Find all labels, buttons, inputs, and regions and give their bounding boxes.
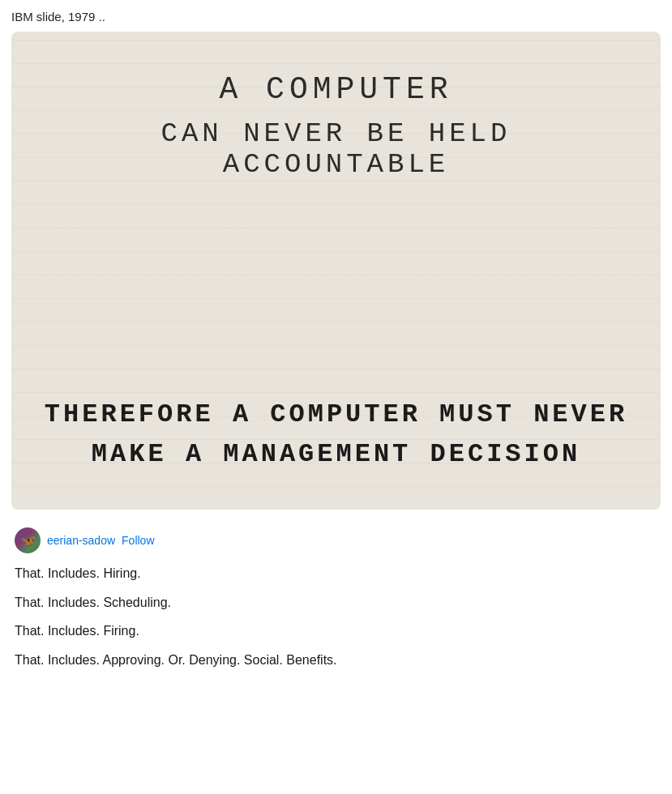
follow-button[interactable]: Follow [122,534,154,547]
slide-line4: MAKE A MANAGEMENT DECISION [44,439,628,469]
slide-line1: A COMPUTER [44,72,628,107]
author-row: 🦋 eerian-sadow Follow [15,527,657,553]
avatar-icon: 🦋 [21,534,35,547]
slide-line2: CAN NEVER BE HELD ACCOUNTABLE [44,118,628,180]
comment-section: 🦋 eerian-sadow Follow That. Includes. Hi… [11,523,661,683]
slide-bottom-text: THEREFORE A COMPUTER MUST NEVER MAKE A M… [44,399,628,469]
ibm-slide-image: A COMPUTER CAN NEVER BE HELD ACCOUNTABLE… [11,32,661,510]
slide-top-text: A COMPUTER CAN NEVER BE HELD ACCOUNTABLE [44,72,628,180]
avatar: 🦋 [15,527,41,553]
page-title: IBM slide, 1979 .. [11,10,661,23]
comment-line-4: That. Includes. Approving. Or. Denying. … [15,650,657,671]
comment-line-3: That. Includes. Firing. [15,621,657,642]
comment-line-1: That. Includes. Hiring. [15,563,657,584]
comment-line-2: That. Includes. Scheduling. [15,592,657,613]
author-name[interactable]: eerian-sadow [47,534,115,547]
slide-line3: THEREFORE A COMPUTER MUST NEVER [44,399,628,429]
